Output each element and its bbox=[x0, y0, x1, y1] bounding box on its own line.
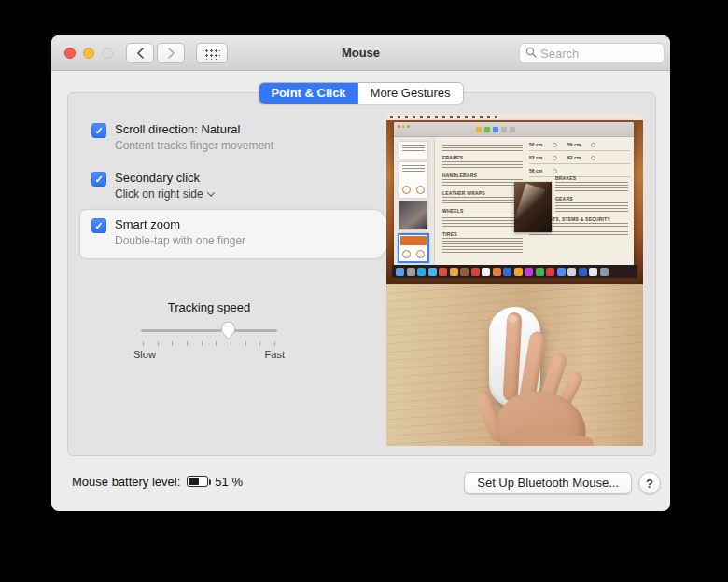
size-label: 53 cm bbox=[529, 155, 550, 160]
chevron-down-icon bbox=[206, 188, 214, 196]
help-button[interactable]: ? bbox=[638, 472, 661, 494]
setting-sublabel: Click on right side bbox=[115, 187, 203, 201]
settings-panel: Scroll direction: Natural Content tracks… bbox=[67, 92, 656, 456]
setting-label: Smart zoom bbox=[115, 217, 245, 232]
demo-pages-window: 50 cm 59 cm 53 cm 62 cm bbox=[394, 122, 634, 265]
size-label: 59 cm bbox=[567, 142, 588, 147]
bicycle-icon bbox=[402, 250, 425, 258]
demo-toolbar bbox=[394, 122, 634, 137]
slider-ticks bbox=[143, 341, 275, 346]
setup-bluetooth-mouse-button[interactable]: Set Up Bluetooth Mouse... bbox=[464, 472, 632, 494]
document-left-column: FRAMES HANDLEBARS LEATHER WRAPS WHEELS T… bbox=[442, 145, 523, 255]
setting-secondary-click: Secondary click Click on right side bbox=[91, 171, 214, 201]
search-icon bbox=[525, 45, 537, 62]
tracking-speed-label: Tracking speed bbox=[141, 300, 277, 314]
demo-traffic-lights bbox=[398, 125, 410, 128]
setting-smart-zoom: Smart zoom Double-tap with one finger bbox=[91, 217, 245, 247]
battery-label: Mouse battery level: bbox=[72, 475, 180, 489]
size-label: 50 cm bbox=[529, 142, 550, 147]
tracking-speed-slider[interactable] bbox=[141, 321, 277, 349]
setting-scroll-direction: Scroll direction: Natural Content tracks… bbox=[91, 122, 273, 152]
radio-icon bbox=[591, 143, 595, 147]
tab-point-and-click[interactable]: Point & Click bbox=[259, 83, 357, 104]
mouse-preferences-window: Mouse Point & Click More Gestures Scroll… bbox=[51, 35, 670, 511]
battery-percent: 51 % bbox=[215, 475, 243, 489]
slider-min-label: Slow bbox=[133, 349, 156, 360]
battery-status: Mouse battery level: 51 % bbox=[72, 471, 243, 492]
fingernail bbox=[508, 315, 517, 323]
document-photo bbox=[514, 182, 552, 232]
demo-sidebar bbox=[394, 137, 435, 265]
demo-thumbnail bbox=[399, 142, 427, 159]
scroll-direction-checkbox[interactable] bbox=[91, 123, 106, 138]
tab-bar: Point & Click More Gestures bbox=[258, 82, 463, 104]
setting-sublabel: Content tracks finger movement bbox=[115, 139, 273, 152]
setting-label: Scroll direction: Natural bbox=[115, 122, 273, 137]
desktop-background: Mouse Point & Click More Gestures Scroll… bbox=[0, 0, 728, 582]
search-input[interactable] bbox=[540, 47, 658, 61]
radio-icon bbox=[553, 156, 557, 160]
wood-desk bbox=[386, 284, 643, 446]
slider-track[interactable] bbox=[141, 329, 277, 332]
demo-thumbnail-photo bbox=[399, 201, 427, 229]
secondary-click-checkbox[interactable] bbox=[91, 172, 106, 187]
demo-dock bbox=[392, 265, 637, 278]
bicycle-icon bbox=[402, 186, 425, 194]
setting-label: Secondary click bbox=[115, 171, 214, 186]
slider-max-label: Fast bbox=[265, 349, 285, 360]
demo-desktop-screen: 50 cm 59 cm 53 cm 62 cm bbox=[386, 114, 643, 284]
tab-more-gestures[interactable]: More Gestures bbox=[358, 83, 463, 104]
titlebar[interactable]: Mouse bbox=[51, 35, 670, 71]
setting-sublabel: Double-tap with one finger bbox=[115, 234, 245, 247]
radio-icon bbox=[553, 143, 557, 147]
demo-document: 50 cm 59 cm 53 cm 62 cm bbox=[436, 137, 634, 265]
size-label: 62 cm bbox=[567, 155, 588, 160]
setting-smart-zoom-highlight: Smart zoom Double-tap with one finger bbox=[80, 210, 398, 258]
search-field[interactable] bbox=[519, 43, 665, 63]
smart-zoom-demo-video: 50 cm 59 cm 53 cm 62 cm bbox=[386, 114, 643, 446]
demo-toolbar-buttons bbox=[476, 127, 515, 132]
demo-thumbnail-bicycle bbox=[399, 162, 427, 198]
secondary-click-option[interactable]: Click on right side bbox=[115, 187, 214, 201]
demo-menubar bbox=[386, 114, 643, 120]
slider-thumb[interactable] bbox=[220, 321, 236, 340]
demo-thumbnail-selected bbox=[398, 233, 429, 263]
radio-icon bbox=[591, 156, 595, 160]
battery-icon bbox=[187, 476, 208, 487]
smart-zoom-checkbox[interactable] bbox=[91, 218, 106, 233]
